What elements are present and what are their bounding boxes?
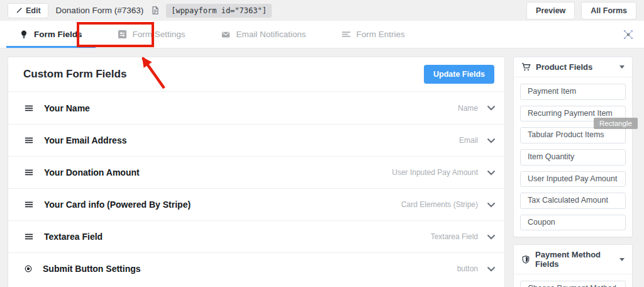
tab-label: Email Notifications xyxy=(236,30,306,39)
pencil-icon xyxy=(15,7,23,14)
list-icon xyxy=(341,30,351,39)
payment-method-fields-header[interactable]: Payment Method Fields xyxy=(514,245,632,274)
update-fields-button[interactable]: Update Fields xyxy=(424,65,494,84)
section-title: Payment Method Fields xyxy=(535,250,614,269)
tab-label: Form Entries xyxy=(357,30,405,39)
all-forms-button[interactable]: All Forms xyxy=(581,2,636,20)
settings-icon xyxy=(118,30,127,39)
field-row-card-info[interactable]: Your Card info (Powered By Stripe) Card … xyxy=(8,188,504,220)
tab-label: Form Settings xyxy=(133,30,186,39)
section-title: Product Fields xyxy=(536,62,592,72)
field-label: Textarea Field xyxy=(44,232,103,242)
payment-method-fields-section: Payment Method Fields Choose Payment Met… xyxy=(513,244,633,287)
field-type-badge: Textarea Field xyxy=(431,232,478,241)
chevron-down-icon[interactable] xyxy=(487,202,496,208)
shield-icon xyxy=(521,255,530,264)
field-label: Submit Button Settings xyxy=(43,264,141,274)
product-fields-section: Product Fields Payment Item Recurring Pa… xyxy=(513,57,633,237)
cart-icon xyxy=(521,62,531,72)
field-type-badge: Name xyxy=(458,104,478,113)
payment-method-fields-body: Choose Payment Method Field Card Element… xyxy=(514,274,632,287)
edit-button[interactable]: Edit xyxy=(8,3,48,18)
editor-tab-bar: Form Fields Form Settings Email Notifica… xyxy=(0,21,644,48)
page-title: Custom Form Fields xyxy=(23,68,126,81)
radio-target-icon xyxy=(24,264,33,273)
field-row-your-name[interactable]: Your Name Name xyxy=(8,92,504,124)
field-row-textarea[interactable]: Textarea Field Textarea Field xyxy=(8,220,504,252)
palette-item-tabular-product-items[interactable]: Tabular Product Items xyxy=(520,127,626,144)
wppayform-editor-page: Edit Donation Form (#7363) [wppayform id… xyxy=(0,0,644,287)
field-type-badge: User Inputed Pay Amount xyxy=(392,168,478,177)
chevron-down-icon[interactable] xyxy=(487,266,496,272)
tab-form-fields[interactable]: Form Fields xyxy=(6,21,96,48)
fullscreen-expand-icon[interactable] xyxy=(621,28,635,42)
drag-handle-icon[interactable] xyxy=(24,200,34,209)
product-fields-body: Payment Item Recurring Payment Item Tabu… xyxy=(514,77,632,237)
drag-handle-icon[interactable] xyxy=(24,136,34,145)
chevron-down-icon[interactable] xyxy=(487,170,496,176)
tab-email-notifications[interactable]: Email Notifications xyxy=(208,21,319,48)
palette-item-coupon[interactable]: Coupon xyxy=(520,215,626,231)
field-type-badge: Card Elements (Stripe) xyxy=(401,200,478,209)
field-label: Your Donation Amount xyxy=(44,167,140,177)
field-row-your-email[interactable]: Your Email Address Email xyxy=(8,124,504,156)
chevron-down-icon[interactable] xyxy=(487,234,496,240)
drag-handle-icon[interactable] xyxy=(24,232,34,241)
palette-item-recurring-payment-item[interactable]: Recurring Payment Item xyxy=(520,106,626,122)
panel-header: Custom Form Fields Update Fields xyxy=(8,57,504,92)
palette-item-user-inputed-pay-amount[interactable]: User Inputed Pay Amount xyxy=(520,171,626,188)
preview-button[interactable]: Preview xyxy=(526,2,575,20)
collapse-caret-icon[interactable] xyxy=(619,65,625,69)
edit-button-label: Edit xyxy=(26,6,41,15)
collapse-caret-icon[interactable] xyxy=(619,258,625,261)
palette-item-tax-calculated-amount[interactable]: Tax Calculated Amount xyxy=(520,193,626,209)
field-label: Your Email Address xyxy=(44,135,126,145)
field-palette-sidebar: Product Fields Payment Item Recurring Pa… xyxy=(513,57,633,287)
tab-form-settings[interactable]: Form Settings xyxy=(104,21,199,48)
field-row-submit-button[interactable]: Submit Button Settings button xyxy=(8,252,504,284)
product-fields-header[interactable]: Product Fields xyxy=(514,57,632,77)
field-type-badge: button xyxy=(457,264,478,273)
chevron-down-icon[interactable] xyxy=(487,138,496,144)
lightbulb-icon xyxy=(19,30,28,39)
field-row-donation-amount[interactable]: Your Donation Amount User Inputed Pay Am… xyxy=(8,156,504,188)
palette-item-choose-payment-method[interactable]: Choose Payment Method Field xyxy=(520,281,626,287)
tab-form-entries[interactable]: Form Entries xyxy=(328,21,418,48)
field-type-badge: Email xyxy=(459,136,478,145)
field-label: Your Card info (Powered By Stripe) xyxy=(44,200,191,210)
document-icon xyxy=(151,6,160,15)
shortcode-chip[interactable]: [wppayform id="7363"] xyxy=(166,4,272,18)
palette-item-payment-item[interactable]: Payment Item xyxy=(520,84,626,100)
field-label: Your Name xyxy=(44,103,90,113)
drag-handle-icon[interactable] xyxy=(24,168,34,177)
tab-label: Form Fields xyxy=(34,30,82,39)
chevron-down-icon[interactable] xyxy=(487,105,496,111)
custom-form-fields-panel: Custom Form Fields Update Fields Your Na… xyxy=(8,57,505,287)
envelope-icon xyxy=(221,30,231,39)
form-title: Donation Form (#7363) xyxy=(56,6,144,15)
palette-item-item-quantity[interactable]: Item Quantity xyxy=(520,149,626,166)
drag-handle-icon[interactable] xyxy=(24,104,34,113)
top-admin-bar: Edit Donation Form (#7363) [wppayform id… xyxy=(0,0,644,21)
